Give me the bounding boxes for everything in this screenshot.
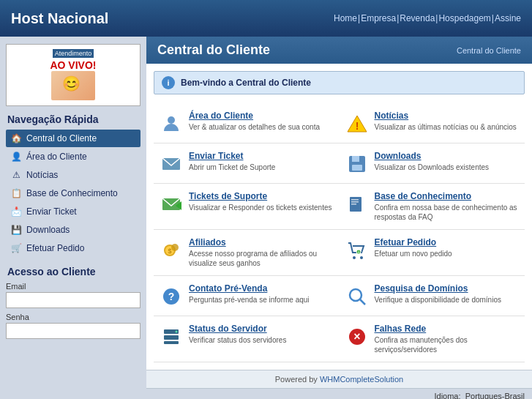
- service-content-10: Status do ServidorVerificar status dos s…: [189, 324, 334, 345]
- layout: Atendimento AO VIVO! Navegação Rápida 🏠C…: [0, 37, 532, 399]
- service-item-tickets_de_suporte[interactable]: Tickets de SuporteVisualizar e Responder…: [154, 184, 340, 230]
- svg-rect-5: [352, 156, 359, 162]
- svg-point-23: [350, 289, 361, 301]
- sidebar-item-notícias[interactable]: ⚠Notícias: [6, 166, 141, 184]
- main-content: Central do Cliente Central do Cliente i …: [146, 37, 532, 399]
- service-title-7: Efetuar Pedido: [375, 237, 520, 247]
- service-item-pesquisa_de_domnios[interactable]: Pesquisa de DomíniosVerifique a disponib…: [340, 276, 525, 316]
- nav-item-empresa[interactable]: Empresa: [361, 13, 396, 23]
- service-title-0: Área do Cliente: [189, 111, 334, 121]
- service-desc-8: Perguntas pré-venda se informe aqui: [189, 295, 334, 305]
- book-icon: [345, 193, 369, 216]
- nav-item-home[interactable]: Home: [334, 13, 357, 23]
- svg-text:+: +: [356, 250, 359, 255]
- sidebar-item-label-6: Efetuar Pedido: [26, 243, 84, 253]
- service-item-rea_do_cliente[interactable]: Área do ClienteVer & atualizar os detalh…: [154, 103, 340, 143]
- svg-point-28: [176, 331, 178, 333]
- service-title-1: Notícias: [375, 111, 520, 121]
- nav-sep: |: [492, 13, 494, 23]
- sidebar-item-base-de-conhecimento[interactable]: 📋Base de Conhecimento: [6, 184, 141, 202]
- service-item-downloads[interactable]: DownloadsVisualizar os Downloads existen…: [340, 143, 525, 184]
- senha-input[interactable]: [6, 323, 141, 339]
- email-label: Email: [6, 282, 141, 291]
- service-desc-1: Visualizar as últimas notícias ou & anún…: [375, 122, 520, 132]
- welcome-banner: i Bem-vindo a Central do Cliente: [154, 71, 525, 94]
- info-icon: i: [162, 76, 175, 89]
- service-item-status_do_servidor[interactable]: Status do ServidorVerificar status dos s…: [154, 316, 340, 362]
- sidebar-icon-4: 📩: [10, 206, 22, 217]
- lang-footer: Idioma: Portugues-Brasil: [146, 388, 532, 399]
- svg-rect-27: [164, 341, 179, 344]
- svg-rect-10: [351, 199, 359, 201]
- svg-rect-6: [352, 165, 362, 171]
- nav-item-revenda[interactable]: Revenda: [400, 13, 435, 23]
- service-desc-5: Confira em nossa base de conhecimento as…: [375, 203, 520, 222]
- service-desc-2: Abrir um Ticket de Suporte: [189, 163, 334, 172]
- service-content-2: Enviar TicketAbrir um Ticket de Suporte: [189, 151, 334, 172]
- access-title: Acesso ao Cliente: [7, 266, 141, 277]
- service-desc-3: Visualizar os Downloads existentes: [375, 163, 520, 172]
- service-content-9: Pesquisa de DomíniosVerifique a disponib…: [375, 283, 520, 305]
- service-content-8: Contato Pré-VendaPerguntas pré-venda se …: [189, 283, 334, 305]
- site-title: Host Nacional: [11, 10, 108, 27]
- main-header: Central do Cliente Central do Cliente: [146, 37, 532, 64]
- question-icon: ?: [160, 285, 183, 308]
- service-content-3: DownloadsVisualizar os Downloads existen…: [375, 151, 520, 172]
- service-item-notcias[interactable]: !NotíciasVisualizar as últimas notícias …: [340, 103, 525, 143]
- svg-rect-11: [351, 201, 359, 203]
- sidebar-item-efetuar-pedido[interactable]: 🛒Efetuar Pedido: [6, 239, 141, 257]
- senha-label: Senha: [6, 313, 141, 321]
- nav-item-assine[interactable]: Assine: [495, 13, 521, 23]
- sidebar-item-downloads[interactable]: 💾Downloads: [6, 221, 141, 239]
- whmcs-link[interactable]: WHMCompleteSolution: [320, 375, 403, 384]
- nav-title: Navegação Rápida: [6, 113, 141, 125]
- nav-sep: |: [435, 13, 438, 23]
- service-content-0: Área do ClienteVer & atualizar os detalh…: [189, 111, 334, 132]
- nav-sep: |: [358, 13, 360, 23]
- sidebar-icon-2: ⚠: [10, 169, 22, 181]
- service-item-enviar_ticket[interactable]: Enviar TicketAbrir um Ticket de Suporte: [154, 143, 340, 184]
- service-item-afiliados[interactable]: $AfiliadosAcesse nosso programa de afili…: [154, 230, 340, 276]
- sidebar-item-enviar-ticket[interactable]: 📩Enviar Ticket: [6, 203, 141, 220]
- service-item-efetuar_pedido[interactable]: +Efetuar PedidoEfetuar um novo pedido: [340, 230, 525, 276]
- svg-rect-26: [164, 335, 179, 340]
- service-item-falhas_rede[interactable]: ×Falhas RedeConfira as manutenções dos s…: [340, 316, 525, 362]
- breadcrumb-link[interactable]: Central do Cliente: [457, 46, 521, 55]
- nav-item-hospedagem[interactable]: Hospedagem: [438, 13, 490, 23]
- sidebar-item-label-1: Área do Cliente: [26, 152, 87, 162]
- sidebar-item-label-4: Enviar Ticket: [26, 206, 77, 217]
- sidebar-item-label-2: Notícias: [26, 170, 58, 180]
- svg-line-24: [360, 299, 365, 305]
- svg-point-16: [171, 244, 179, 251]
- service-desc-4: Visualizar e Responder os tickets existe…: [189, 203, 334, 212]
- service-title-2: Enviar Ticket: [189, 151, 334, 161]
- svg-point-0: [168, 116, 175, 124]
- service-title-3: Downloads: [375, 151, 520, 161]
- service-item-contato_prvenda[interactable]: ?Contato Pré-VendaPerguntas pré-venda se…: [154, 276, 340, 316]
- sidebar: Atendimento AO VIVO! Navegação Rápida 🏠C…: [0, 37, 146, 399]
- service-desc-9: Verifique a disponibilidade de domínios: [375, 295, 520, 305]
- ao-vivo-label: AO VIVO!: [10, 59, 136, 71]
- service-content-11: Falhas RedeConfira as manutenções dos se…: [375, 324, 520, 354]
- sidebar-icon-0: 🏠: [10, 133, 22, 144]
- svg-rect-12: [351, 204, 356, 205]
- site-header: Host Nacional Home|Empresa|Revenda|Hospe…: [0, 0, 532, 37]
- magnifier-icon: [345, 285, 369, 308]
- welcome-text: Bem-vindo a Central do Cliente: [181, 78, 311, 88]
- lang-label: Idioma:: [434, 392, 460, 399]
- sidebar-icon-3: 📋: [10, 187, 22, 199]
- svg-text:!: !: [355, 120, 359, 132]
- svg-point-18: [360, 256, 363, 259]
- sidebar-item-label-3: Base de Conhecimento: [26, 188, 118, 198]
- sidebar-item-label-0: Central do Cliente: [26, 133, 97, 143]
- main-body: i Bem-vindo a Central do Cliente Área do…: [146, 64, 532, 370]
- sidebar-item-área-do-cliente[interactable]: 👤Área do Cliente: [6, 148, 141, 165]
- coins-icon: $: [160, 239, 183, 262]
- service-content-7: Efetuar PedidoEfetuar um novo pedido: [375, 237, 520, 258]
- sidebar-item-central-do-cliente[interactable]: 🏠Central do Cliente: [6, 130, 141, 147]
- sidebar-icon-6: 🛒: [10, 242, 22, 254]
- service-item-base_de_conhecimento[interactable]: Base de ConhecimentoConfira em nossa bas…: [340, 184, 525, 230]
- sidebar-nav: 🏠Central do Cliente👤Área do Cliente⚠Notí…: [6, 130, 141, 257]
- footer: Powered by WHMCompleteSolution: [146, 370, 532, 388]
- email-input[interactable]: [6, 292, 141, 308]
